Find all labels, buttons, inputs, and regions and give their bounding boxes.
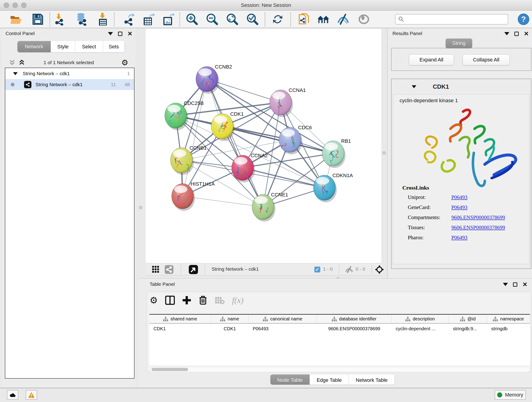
scrollbar-thumb[interactable] xyxy=(152,368,188,371)
export-network-icon[interactable] xyxy=(122,13,135,26)
refresh-view-icon[interactable] xyxy=(271,13,284,26)
column-header-shared-name[interactable]: shared name xyxy=(149,315,211,323)
edge-CCNB2-CCNE1[interactable] xyxy=(207,79,263,207)
warning-button[interactable] xyxy=(26,390,37,400)
column-header-canonical-name[interactable]: canonical name xyxy=(249,315,317,323)
import-network-from-file-icon[interactable] xyxy=(53,13,65,26)
column-header-database-identifier[interactable]: database identifier xyxy=(317,315,392,323)
birds-eye-view-icon[interactable] xyxy=(187,263,200,276)
table-panel-collapse-icon[interactable] xyxy=(503,283,508,286)
column-header--id[interactable]: @id xyxy=(449,315,487,323)
zoom-in-icon[interactable] xyxy=(186,13,198,26)
crosslink-link[interactable]: 9606.ENSP00000378699 xyxy=(451,215,505,220)
cloud-button[interactable] xyxy=(7,390,18,400)
tab-select[interactable]: Select xyxy=(75,41,103,52)
control-panel-float-icon[interactable] xyxy=(118,32,122,36)
search-input[interactable] xyxy=(404,17,503,22)
table-cell[interactable]: stringdb xyxy=(487,324,530,334)
zoom-out-icon[interactable] xyxy=(206,13,219,26)
table-panel: Table Panel ✕ ⚙ f(x) shared namenamecano… xyxy=(139,278,532,388)
node-CCNB2[interactable]: CCNB2 xyxy=(196,64,232,94)
table-cell[interactable]: CDK1 xyxy=(211,324,249,334)
column-header-name[interactable]: name xyxy=(211,315,249,323)
show-columns-icon[interactable] xyxy=(165,296,175,305)
right-splitter-handle[interactable] xyxy=(382,151,386,155)
node-CCNE1[interactable]: CCNE1 xyxy=(252,192,288,222)
crosslink-link[interactable]: P06493 xyxy=(451,194,467,200)
protein-section-header[interactable]: CDK1 xyxy=(392,79,531,94)
view-grid-icon[interactable] xyxy=(149,263,162,276)
clone-network-view-icon[interactable] xyxy=(298,13,310,26)
column-header-description[interactable]: description xyxy=(392,315,449,323)
node-CCNA2[interactable]: CCNA2 xyxy=(232,153,268,182)
results-panel-close-icon[interactable]: ✕ xyxy=(524,32,529,36)
network-collection-row[interactable]: String Network – cdk1 1 xyxy=(5,68,134,79)
tab-node-table[interactable]: Node Table xyxy=(270,375,310,385)
table-cell[interactable]: cyclin-dependent ... xyxy=(392,324,449,334)
node-CCNA1[interactable]: CCNA1 xyxy=(270,87,306,117)
table-panel-close-icon[interactable]: ✕ xyxy=(522,282,527,287)
save-session-icon[interactable] xyxy=(32,13,44,26)
tab-style[interactable]: Style xyxy=(51,41,75,52)
selected-nodes-checkbox[interactable]: ✓ xyxy=(314,267,320,273)
memory-button[interactable]: Memory xyxy=(495,390,526,400)
table-horizontal-scrollbar[interactable] xyxy=(149,367,530,372)
add-column-icon[interactable] xyxy=(182,296,191,305)
import-network-from-database-icon[interactable] xyxy=(75,13,88,26)
crosslink-row: Tissues:9606.ENSP00000378699 xyxy=(408,225,527,230)
view-bar-separator xyxy=(205,265,205,274)
export-image-icon[interactable] xyxy=(162,13,175,26)
collection-count: 1 xyxy=(127,71,130,76)
edge-CCNB2-HIST1H1A[interactable] xyxy=(183,79,207,196)
tab-string[interactable]: String xyxy=(446,38,472,48)
show-all-icon[interactable] xyxy=(357,13,370,26)
table-panel-float-icon[interactable] xyxy=(513,282,517,287)
delete-column-icon[interactable] xyxy=(199,295,207,305)
tab-edge-table[interactable]: Edge Table xyxy=(310,375,349,385)
help-icon[interactable]: ? xyxy=(517,13,530,26)
network-options-gear-icon[interactable]: ⚙ xyxy=(121,58,128,67)
tab-network-table[interactable]: Network Table xyxy=(349,375,395,385)
table-options-gear-icon[interactable]: ⚙ xyxy=(150,295,158,306)
zoom-fit-content-icon[interactable] xyxy=(226,13,239,26)
collection-expander-icon[interactable] xyxy=(13,72,18,75)
network-home-icon[interactable] xyxy=(317,13,330,26)
collapse-all-button[interactable]: Collapse All xyxy=(462,54,510,65)
hide-selected-icon[interactable] xyxy=(337,13,350,26)
table-row[interactable]: CDK1CDK1P064939606.ENSP00000378699cyclin… xyxy=(149,324,530,334)
left-splitter-handle[interactable] xyxy=(139,206,142,209)
protein-expander-icon[interactable] xyxy=(412,85,416,88)
network-canvas[interactable]: CCNB2CCNA1CDC25BCDK1CDC6RB1CCNB1CCNA2CDK… xyxy=(146,29,381,263)
results-panel-float-icon[interactable] xyxy=(514,32,519,36)
crosslink-row: Compartments:9606.ENSP00000378699 xyxy=(408,215,527,220)
tab-sets[interactable]: Sets xyxy=(103,41,125,52)
table-cell[interactable]: 9606.ENSP00000378699 xyxy=(317,324,392,334)
table-cell[interactable]: stringdb:9... xyxy=(449,324,487,334)
import-table-from-file-icon[interactable] xyxy=(96,13,109,26)
view-share-icon[interactable] xyxy=(163,263,176,276)
zoom-selected-icon[interactable] xyxy=(246,13,259,26)
control-panel-collapse-icon[interactable] xyxy=(108,32,113,35)
expand-all-button[interactable]: Expand All xyxy=(409,54,454,65)
crosslink-label: GeneCard: xyxy=(408,204,451,211)
tab-network[interactable]: Network xyxy=(17,41,51,52)
node-HIST1H1A[interactable]: HIST1H1A xyxy=(172,181,215,211)
node-CDC6[interactable]: CDC6 xyxy=(279,125,312,154)
column-header-namespace[interactable]: namespace xyxy=(487,315,530,323)
node-RB1[interactable]: RB1 xyxy=(322,138,351,168)
table-cell[interactable]: P06493 xyxy=(249,324,317,334)
crosslink-link[interactable]: 9606.ENSP00000378699 xyxy=(451,225,505,230)
results-panel-collapse-icon[interactable] xyxy=(504,32,509,35)
fit-selected-crosshair-icon[interactable] xyxy=(373,263,386,276)
node-CCNB1[interactable]: CCNB1 xyxy=(171,145,207,175)
crosslink-link[interactable]: P06493 xyxy=(451,204,467,211)
export-table-icon[interactable] xyxy=(143,13,155,26)
crosslink-link[interactable]: P06493 xyxy=(451,235,467,241)
node-CDKN1A[interactable]: CDKN1A xyxy=(313,172,353,202)
hidden-eye-icon[interactable] xyxy=(343,263,355,276)
control-panel-close-icon[interactable]: ✕ xyxy=(127,32,133,36)
node-CDC25B[interactable]: CDC25B xyxy=(165,100,204,130)
network-row-selected[interactable]: String Network – cdk1 11 48 xyxy=(5,79,134,90)
open-session-icon[interactable] xyxy=(10,13,22,26)
table-cell[interactable]: CDK1 xyxy=(149,324,211,334)
